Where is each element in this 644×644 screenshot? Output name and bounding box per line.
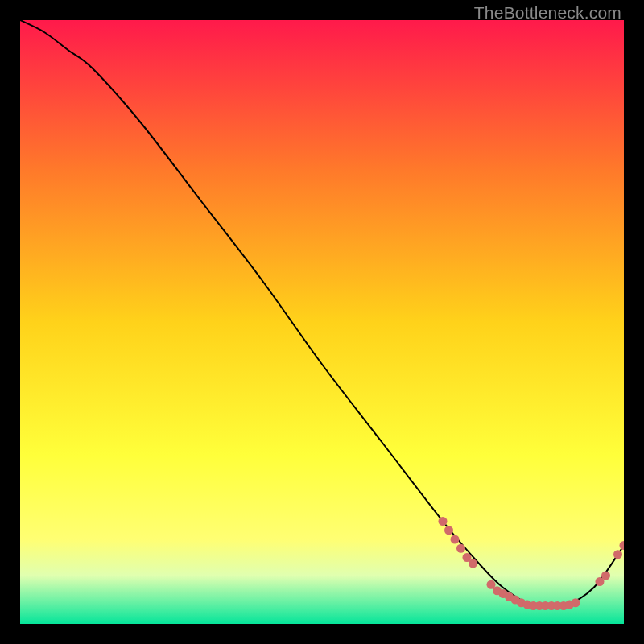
marker-group-floor-point [572,598,580,607]
marker-group-rise-point [601,572,610,580]
gradient-background [20,20,624,624]
marker-group-left-point [439,517,448,526]
marker-group-left-point [444,526,453,535]
marker-group-left-point [456,544,465,553]
chart-svg [20,20,624,624]
chart-stage: TheBottleneck.com [0,0,644,644]
marker-group-rise-point [613,550,622,559]
marker-group-left-point [451,535,460,544]
plot-area [20,20,624,624]
marker-group-left-point [469,559,477,568]
